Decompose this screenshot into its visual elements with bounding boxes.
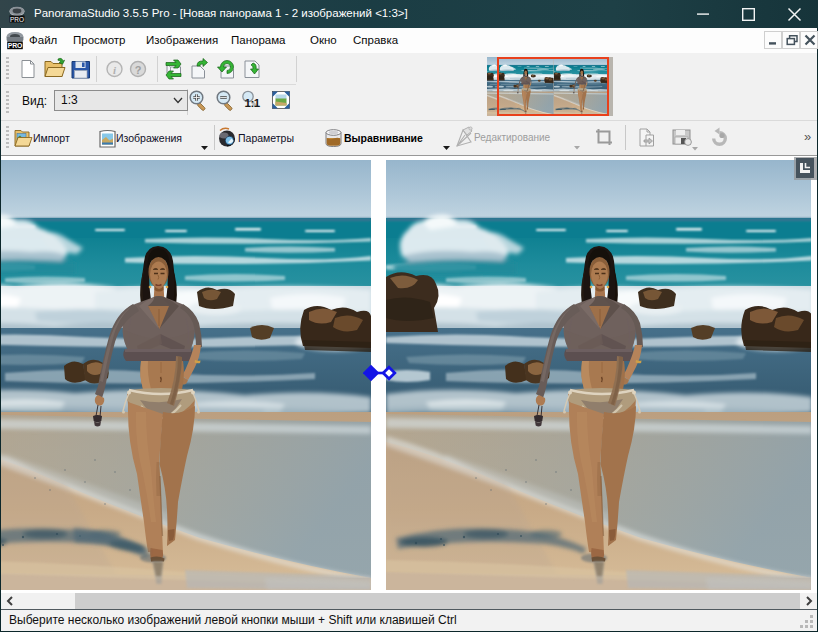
svg-text:1:1: 1:1 bbox=[245, 97, 261, 109]
svg-text:PRO: PRO bbox=[8, 42, 23, 49]
svg-text:?: ? bbox=[135, 64, 142, 76]
svg-text:PRO: PRO bbox=[10, 16, 24, 23]
